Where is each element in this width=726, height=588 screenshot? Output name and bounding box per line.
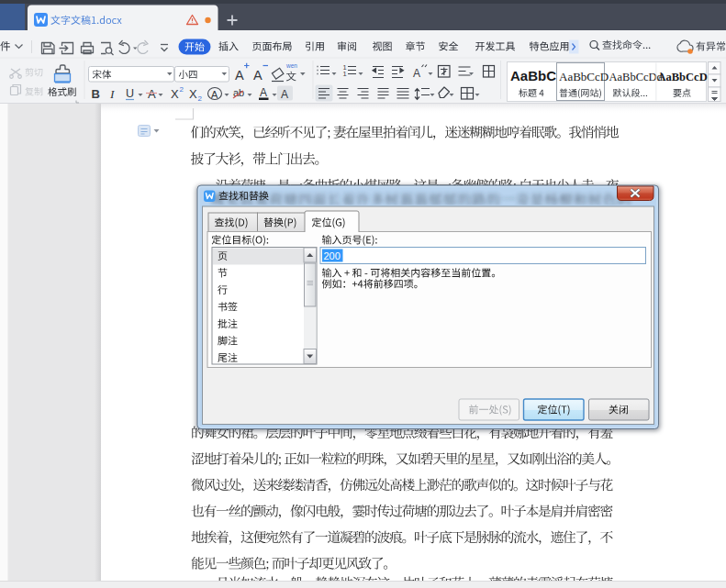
svg-text:2: 2 <box>198 94 203 103</box>
svg-text:A: A <box>148 87 156 101</box>
svg-text:2: 2 <box>180 85 184 94</box>
svg-text:wen: wen <box>285 62 297 69</box>
svg-text:A: A <box>235 68 244 83</box>
svg-text:X: X <box>171 87 179 101</box>
svg-text:A: A <box>260 86 267 99</box>
svg-text:AaBbCcDd: AaBbCcDd <box>658 71 714 83</box>
svg-text:A: A <box>281 88 288 101</box>
svg-text:A: A <box>413 67 420 80</box>
svg-text:200: 200 <box>324 250 341 261</box>
svg-text:U: U <box>126 87 134 100</box>
svg-text:AaBbCcDd: AaBbCcDd <box>609 71 664 83</box>
svg-text:B: B <box>92 87 100 101</box>
svg-text:A: A <box>211 89 218 100</box>
svg-text:1: 1 <box>343 63 347 72</box>
svg-text:AaBbCcD: AaBbCcD <box>559 70 609 83</box>
svg-text:AaBbC: AaBbC <box>510 68 556 83</box>
svg-text:X: X <box>189 87 197 101</box>
svg-text:A: A <box>253 68 262 83</box>
